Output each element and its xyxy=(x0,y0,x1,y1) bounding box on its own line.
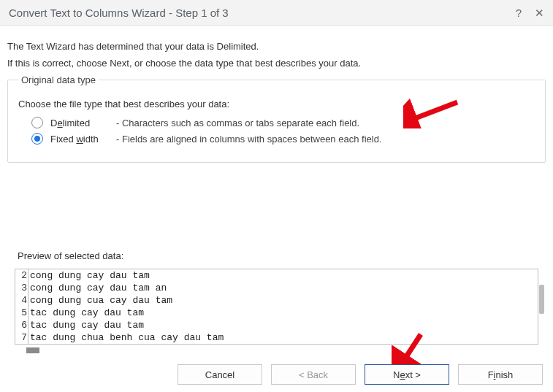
next-button[interactable]: Next > xyxy=(365,364,449,385)
finish-button[interactable]: Finish xyxy=(458,364,543,385)
row-text: tac dung cay dau tam xyxy=(28,307,144,319)
back-button[interactable]: < Back xyxy=(271,364,356,385)
row-number: 2 xyxy=(15,269,28,282)
row-text: cong dung cay dau tam an xyxy=(28,282,167,294)
radio-delimited-button[interactable] xyxy=(31,117,43,128)
cancel-button[interactable]: Cancel xyxy=(178,364,262,385)
horizontal-scrollbar[interactable] xyxy=(15,346,538,356)
horizontal-scrollbar-thumb[interactable] xyxy=(26,347,39,353)
row-text: tac dung cay dau tam xyxy=(28,319,144,331)
row-text: cong dung cay dau tam xyxy=(28,269,150,282)
radio-fixed-width-desc: - Fields are aligned in columns with spa… xyxy=(116,134,381,145)
preview-row: 2cong dung cay dau tam xyxy=(15,269,538,282)
radio-delimited-label[interactable]: Delimited xyxy=(50,118,116,128)
vertical-scrollbar-thumb[interactable] xyxy=(539,285,544,314)
row-number: 5 xyxy=(15,307,28,319)
choose-text: Choose the file type that best describes… xyxy=(18,99,535,109)
row-number: 4 xyxy=(15,294,28,307)
intro-text-1: The Text Wizard has determined that your… xyxy=(7,41,546,52)
radio-fixed-width-label[interactable]: Fixed width xyxy=(50,134,116,145)
radio-delimited-desc: - Characters such as commas or tabs sepa… xyxy=(116,118,359,128)
intro-text-2: If this is correct, choose Next, or choo… xyxy=(7,58,546,69)
close-icon[interactable]: ✕ xyxy=(535,7,544,20)
row-number: 7 xyxy=(15,331,28,344)
radio-fixed-width-button[interactable] xyxy=(31,133,43,145)
row-number: 3 xyxy=(15,282,28,294)
preview-row: 5tac dung cay dau tam xyxy=(15,307,538,319)
titlebar: Convert Text to Columns Wizard - Step 1 … xyxy=(0,0,553,26)
window-controls: ? ✕ xyxy=(516,7,544,20)
row-text: cong dung cua cay dau tam xyxy=(28,294,172,307)
radio-fixed-width[interactable]: Fixed width - Fields are aligned in colu… xyxy=(31,133,535,145)
row-number: 6 xyxy=(15,319,28,331)
group-legend: Original data type xyxy=(18,74,99,85)
wizard-footer: Cancel < Back Next > Finish xyxy=(178,364,543,385)
original-data-type-group: Original data type Choose the file type … xyxy=(7,74,546,163)
radio-delimited[interactable]: Delimited - Characters such as commas or… xyxy=(31,117,535,128)
preview-row: 4cong dung cua cay dau tam xyxy=(15,294,538,307)
row-text: tac dung chua benh cua cay dau tam xyxy=(28,331,224,344)
preview-row: 6tac dung cay dau tam xyxy=(15,319,538,331)
preview-row: 3cong dung cay dau tam an xyxy=(15,282,538,294)
preview-container: 2cong dung cay dau tam3cong dung cay dau… xyxy=(15,269,538,345)
window-title: Convert Text to Columns Wizard - Step 1 … xyxy=(9,7,229,19)
wizard-content: The Text Wizard has determined that your… xyxy=(0,26,553,364)
preview-box[interactable]: 2cong dung cay dau tam3cong dung cay dau… xyxy=(15,269,538,345)
help-icon[interactable]: ? xyxy=(516,7,522,20)
preview-row: 7tac dung chua benh cua cay dau tam xyxy=(15,331,538,344)
preview-label: Preview of selected data: xyxy=(18,250,546,261)
